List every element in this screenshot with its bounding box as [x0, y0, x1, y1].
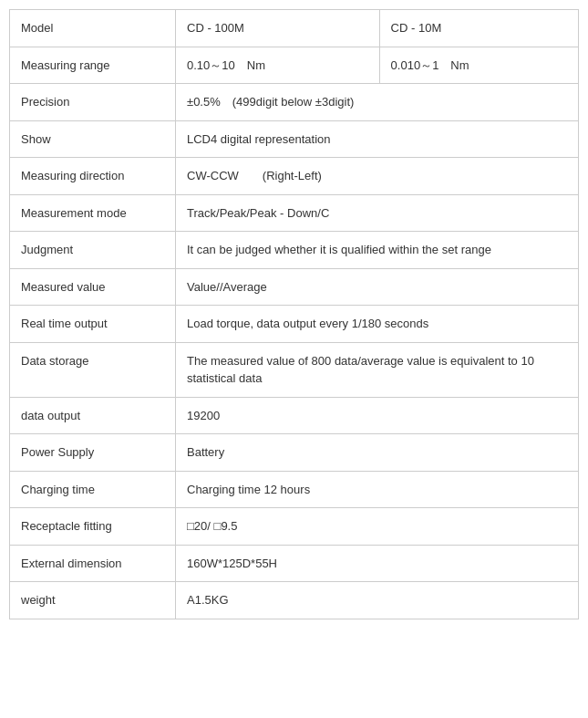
- label-receptacle-fitting: Receptacle fitting: [10, 508, 176, 546]
- value1-measuring-range: 0.10～10 Nm: [176, 47, 380, 84]
- value-measurement-mode: Track/Peak/Peak - Down/C: [176, 194, 579, 232]
- value-weight: A1.5KG: [176, 582, 579, 619]
- table-row-receptacle-fitting: Receptacle fitting□20/ □9.5: [10, 508, 579, 546]
- table-row-measuring-direction: Measuring directionCW-CCW (Right-Left): [10, 158, 579, 195]
- value-data-storage: The measured value of 800 data/average v…: [176, 342, 579, 397]
- value-measuring-direction: CW-CCW (Right-Left): [176, 158, 579, 195]
- label-charging-time: Charging time: [10, 471, 176, 508]
- label-external-dimension: External dimension: [10, 545, 176, 582]
- value-measured-value: Value//Average: [176, 268, 579, 306]
- value-real-time-output: Load torque, data output every 1/180 sec…: [176, 306, 579, 343]
- value1-model: CD - 100M: [176, 10, 380, 47]
- label-judgment: Judgment: [10, 232, 176, 269]
- value-judgment: It can be judged whether it is qualified…: [176, 232, 579, 269]
- value-precision: ±0.5% (499digit below ±3digit): [176, 84, 579, 121]
- table-row-measuring-range: Measuring range0.10～10 Nm0.010～1 Nm: [10, 47, 579, 84]
- table-row-judgment: JudgmentIt can be judged whether it is q…: [10, 232, 579, 269]
- value-show: LCD4 digital representation: [176, 120, 579, 158]
- label-measuring-direction: Measuring direction: [10, 158, 176, 195]
- spec-table: ModelCD - 100MCD - 10MMeasuring range0.1…: [9, 9, 579, 619]
- label-measurement-mode: Measurement mode: [10, 194, 176, 232]
- label-model: Model: [10, 10, 176, 47]
- value-data-output: 19200: [176, 397, 579, 434]
- table-row-measured-value: Measured valueValue//Average: [10, 268, 579, 306]
- label-real-time-output: Real time output: [10, 306, 176, 343]
- label-measuring-range: Measuring range: [10, 47, 176, 84]
- label-data-output: data output: [10, 397, 176, 434]
- label-power-supply: Power Supply: [10, 434, 176, 472]
- table-row-weight: weightA1.5KG: [10, 582, 579, 619]
- value2-model: CD - 10M: [379, 10, 578, 47]
- label-precision: Precision: [10, 84, 176, 121]
- label-measured-value: Measured value: [10, 268, 176, 306]
- table-row-data-output: data output19200: [10, 397, 579, 434]
- value-charging-time: Charging time 12 hours: [176, 471, 579, 508]
- table-row-real-time-output: Real time outputLoad torque, data output…: [10, 306, 579, 343]
- table-row-power-supply: Power SupplyBattery: [10, 434, 579, 472]
- value-receptacle-fitting: □20/ □9.5: [176, 508, 579, 546]
- label-show: Show: [10, 120, 176, 158]
- value-external-dimension: 160W*125D*55H: [176, 545, 579, 582]
- label-weight: weight: [10, 582, 176, 619]
- table-row-show: ShowLCD4 digital representation: [10, 120, 579, 158]
- value2-measuring-range: 0.010～1 Nm: [379, 47, 578, 84]
- table-row-measurement-mode: Measurement modeTrack/Peak/Peak - Down/C: [10, 194, 579, 232]
- table-row-charging-time: Charging timeCharging time 12 hours: [10, 471, 579, 508]
- table-row-external-dimension: External dimension160W*125D*55H: [10, 545, 579, 582]
- table-row-data-storage: Data storageThe measured value of 800 da…: [10, 342, 579, 397]
- table-row-model: ModelCD - 100MCD - 10M: [10, 10, 579, 47]
- label-data-storage: Data storage: [10, 342, 176, 397]
- table-row-precision: Precision±0.5% (499digit below ±3digit): [10, 84, 579, 121]
- value-power-supply: Battery: [176, 434, 579, 472]
